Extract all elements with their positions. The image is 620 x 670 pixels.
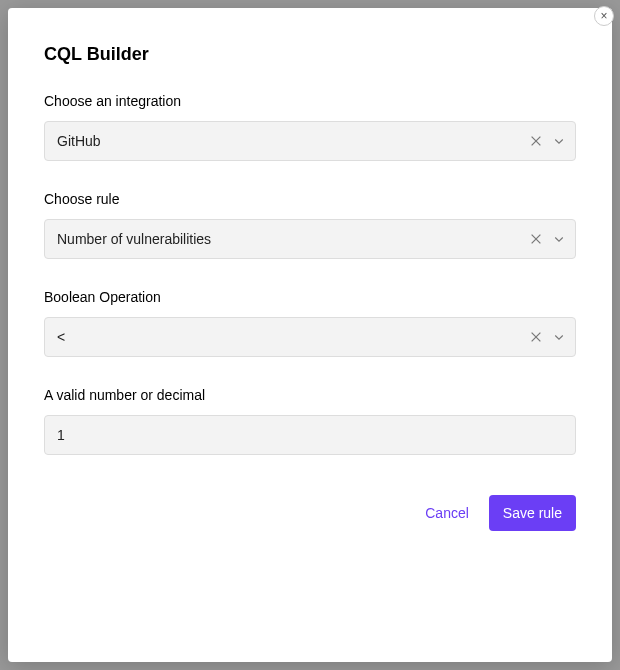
boolean-op-label: Boolean Operation [44, 289, 576, 305]
number-label: A valid number or decimal [44, 387, 576, 403]
boolean-op-field: Boolean Operation < [44, 289, 576, 357]
chevron-down-icon[interactable] [553, 135, 565, 147]
chevron-down-icon[interactable] [553, 233, 565, 245]
clear-icon[interactable] [529, 134, 543, 148]
close-icon: × [600, 10, 607, 22]
rule-field: Choose rule Number of vulnerabilities [44, 191, 576, 259]
cancel-button[interactable]: Cancel [425, 505, 469, 521]
boolean-op-value: < [57, 329, 529, 345]
integration-value: GitHub [57, 133, 529, 149]
rule-label: Choose rule [44, 191, 576, 207]
close-button[interactable]: × [594, 6, 614, 26]
integration-select-icons [529, 134, 565, 148]
save-rule-button[interactable]: Save rule [489, 495, 576, 531]
rule-select[interactable]: Number of vulnerabilities [44, 219, 576, 259]
rule-value: Number of vulnerabilities [57, 231, 529, 247]
boolean-op-select-icons [529, 330, 565, 344]
modal-footer: Cancel Save rule [44, 495, 576, 531]
cql-builder-modal: × CQL Builder Choose an integration GitH… [8, 8, 612, 662]
clear-icon[interactable] [529, 232, 543, 246]
integration-label: Choose an integration [44, 93, 576, 109]
number-field: A valid number or decimal [44, 387, 576, 455]
number-input[interactable] [44, 415, 576, 455]
chevron-down-icon[interactable] [553, 331, 565, 343]
clear-icon[interactable] [529, 330, 543, 344]
integration-field: Choose an integration GitHub [44, 93, 576, 161]
boolean-op-select[interactable]: < [44, 317, 576, 357]
rule-select-icons [529, 232, 565, 246]
integration-select[interactable]: GitHub [44, 121, 576, 161]
modal-title: CQL Builder [44, 44, 576, 65]
